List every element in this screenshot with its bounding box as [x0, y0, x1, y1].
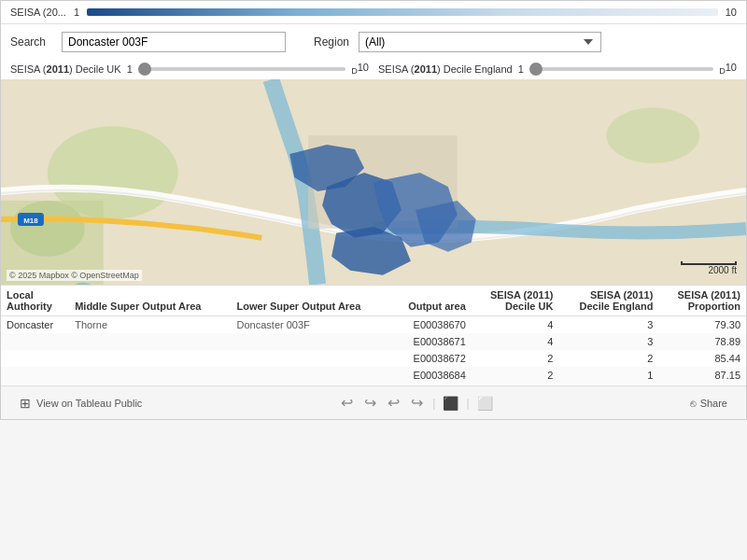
col-decile-uk: SEISA (2011)Decile UK: [472, 286, 559, 316]
cell-msoa: [69, 367, 231, 384]
top-slider-track: [87, 8, 718, 16]
cell-output-area: E00038671: [390, 333, 472, 350]
col-local-authority: LocalAuthority: [1, 286, 69, 316]
col-output-area: Output area: [390, 286, 472, 316]
divider1: |: [432, 397, 435, 410]
cell-decile-uk: 4: [472, 333, 559, 350]
uk-decile-slider[interactable]: [138, 67, 345, 71]
map-area[interactable]: M18 © 2025 Mapbox © OpenStreetMap 2000 f…: [1, 79, 746, 285]
search-input[interactable]: [62, 32, 286, 52]
cell-output-area: E00038672: [390, 350, 472, 367]
sliders-container: SEISA (2011) Decile UK 1 D10 SEISA (2011…: [1, 60, 746, 79]
col-msoa: Middle Super Output Area: [69, 286, 231, 316]
top-slider-bar: SEISA (20... 1 10: [1, 1, 746, 24]
cell-decile-england: 1: [558, 367, 658, 384]
top-slider-label: SEISA (20...: [10, 7, 66, 18]
england-slider-min: 1: [518, 63, 524, 75]
cell-local-authority: Doncaster: [1, 316, 69, 334]
cell-proportion: 79.30: [658, 316, 746, 334]
cell-output-area: E00038684: [390, 367, 472, 384]
england-slider-max: D10: [719, 62, 737, 76]
cell-lsoa: [232, 333, 391, 350]
region-label: Region: [314, 35, 349, 49]
footer: ⊞ View on Tableau Public ↩ ↪ ↩ ↪ | ⬛ | ⬜…: [1, 385, 746, 419]
footer-center: ↩ ↪ ↩ ↪ | ⬛ | ⬜: [339, 394, 492, 412]
col-lsoa: Lower Super Output Area: [232, 286, 391, 316]
cell-proportion: 85.44: [658, 350, 746, 367]
region-select[interactable]: (All): [359, 32, 601, 52]
download-button[interactable]: ⬛: [443, 396, 458, 411]
cell-decile-uk: 2: [472, 350, 559, 367]
forward-button[interactable]: ↪: [409, 394, 425, 412]
divider2: |: [466, 397, 469, 410]
table-row: Doncaster Thorne Doncaster 003F E0003867…: [1, 316, 746, 334]
map-scale: 2000 ft: [681, 261, 737, 275]
fullscreen-button[interactable]: ⬜: [477, 396, 493, 411]
table-row: E00038671 4 3 78.89: [1, 333, 746, 350]
svg-point-4: [606, 107, 699, 163]
map-scale-label: 2000 ft: [708, 265, 737, 275]
top-slider-min: 1: [74, 7, 79, 18]
search-label: Search: [10, 35, 52, 49]
cell-local-authority: [1, 350, 69, 367]
tableau-icon: ⊞: [20, 396, 31, 411]
col-decile-england: SEISA (2011)Decile England: [558, 286, 658, 316]
cell-local-authority: [1, 367, 69, 384]
data-table: LocalAuthority Middle Super Output Area …: [1, 285, 746, 384]
share-label: Share: [700, 398, 727, 409]
cell-msoa: [69, 333, 231, 350]
footer-left: ⊞ View on Tableau Public: [20, 396, 142, 411]
undo-button[interactable]: ↩: [339, 394, 355, 412]
top-slider-max: 10: [726, 7, 737, 18]
cell-lsoa: [232, 367, 391, 384]
uk-decile-label: SEISA (2011) Decile UK: [10, 63, 121, 75]
table-row: E00038684 2 1 87.15: [1, 367, 746, 384]
england-decile-slider[interactable]: [529, 67, 713, 71]
footer-right: ⎋ Share: [690, 398, 727, 409]
england-decile-slider-section: SEISA (2011) Decile England 1 D10: [378, 62, 737, 76]
cell-decile-uk: 4: [472, 316, 559, 334]
cell-decile-england: 2: [558, 350, 658, 367]
cell-decile-uk: 2: [472, 367, 559, 384]
cell-proportion: 87.15: [658, 367, 746, 384]
cell-output-area: E00038670: [390, 316, 472, 334]
redo-button[interactable]: ↪: [362, 394, 378, 412]
revert-button[interactable]: ↩: [386, 394, 402, 412]
uk-slider-max: D10: [351, 62, 369, 76]
svg-text:M18: M18: [23, 217, 38, 225]
map-svg: M18: [1, 79, 746, 285]
cell-proportion: 78.89: [658, 333, 746, 350]
cell-decile-england: 3: [558, 333, 658, 350]
share-icon: ⎋: [690, 398, 697, 409]
table-row: E00038672 2 2 85.44: [1, 350, 746, 367]
search-row: Search Region (All): [1, 24, 746, 60]
cell-msoa: [69, 350, 231, 367]
cell-msoa: Thorne: [69, 316, 231, 334]
view-on-tableau-label[interactable]: View on Tableau Public: [36, 398, 142, 409]
uk-decile-slider-section: SEISA (2011) Decile UK 1 D10: [10, 62, 369, 76]
cell-decile-england: 3: [558, 316, 658, 334]
share-button[interactable]: ⎋ Share: [690, 398, 727, 409]
col-proportion: SEISA (2011)Proportion: [658, 286, 746, 316]
uk-slider-min: 1: [127, 63, 133, 75]
cell-lsoa: Doncaster 003F: [232, 316, 391, 334]
england-decile-label: SEISA (2011) Decile England: [378, 63, 513, 75]
cell-local-authority: [1, 333, 69, 350]
main-container: SEISA (20... 1 10 Search Region (All) SE…: [0, 0, 747, 420]
map-copyright: © 2025 Mapbox © OpenStreetMap: [7, 270, 142, 281]
cell-lsoa: [232, 350, 391, 367]
table-container: LocalAuthority Middle Super Output Area …: [1, 285, 746, 384]
